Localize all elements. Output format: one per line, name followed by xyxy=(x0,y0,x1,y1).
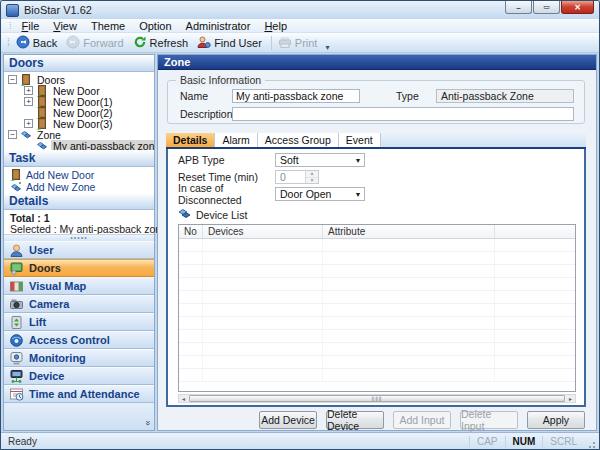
scroll-left-icon[interactable]: ◄ xyxy=(179,395,188,402)
menu-view[interactable]: View xyxy=(47,20,83,32)
tree-item-new-door-3[interactable]: New Door(3) xyxy=(4,118,154,129)
nav-device[interactable]: Device xyxy=(4,367,154,385)
forward-button: Forward xyxy=(63,34,129,52)
nav-label[interactable]: Lift xyxy=(29,316,46,328)
nav-label[interactable]: Camera xyxy=(29,298,69,310)
tree-item-doors-root[interactable]: Doors xyxy=(4,74,154,85)
table-row xyxy=(179,369,575,382)
menu-option[interactable]: Option xyxy=(133,20,177,32)
scroll-right-icon[interactable]: ► xyxy=(566,395,575,402)
nav-buttons: User Doors Visual Map Camera Lift xyxy=(4,241,154,403)
device-list-table[interactable]: No Devices Attribute xyxy=(178,224,576,392)
menu-administrator[interactable]: Administrator xyxy=(180,20,257,32)
nav-doors[interactable]: Doors xyxy=(4,259,154,277)
reset-time-stepper: 0 ▲ ▼ xyxy=(275,170,319,184)
minimize-button[interactable] xyxy=(505,1,532,14)
toolbar: ⁞ Back Forward Refresh Find User Print ▾ xyxy=(1,33,599,53)
tab-access-group[interactable]: Access Group xyxy=(258,133,339,147)
menu-theme[interactable]: Theme xyxy=(85,20,131,32)
delete-device-button[interactable]: Delete Device xyxy=(326,411,384,429)
nav-time-and-attendance[interactable]: Time and Attendance xyxy=(4,385,154,403)
device-list-label: Device List xyxy=(196,209,247,221)
tab-bar-filler xyxy=(381,133,586,147)
forward-icon xyxy=(66,35,80,51)
expand-icon[interactable] xyxy=(24,97,33,106)
nav-label[interactable]: Monitoring xyxy=(29,352,86,364)
close-button[interactable] xyxy=(561,1,594,14)
menubar: ⁞ File View Theme Option Administrator H… xyxy=(1,19,599,33)
nav-user[interactable]: User xyxy=(4,241,154,259)
disconnected-dropdown[interactable]: Door Open xyxy=(275,187,365,201)
doors-icon xyxy=(9,261,24,276)
user-icon xyxy=(9,243,24,258)
tree-item-new-door-2[interactable]: New Door(2) xyxy=(4,107,154,118)
collapse-icon[interactable] xyxy=(8,75,17,84)
nav-visual-map[interactable]: Visual Map xyxy=(4,277,154,295)
nav-access-control[interactable]: Access Control xyxy=(4,331,154,349)
configure-buttons-icon[interactable]: » xyxy=(142,420,152,425)
menu-file[interactable]: File xyxy=(16,20,46,32)
tree-item-anti-passback-zone[interactable]: My anti-passback zone xyxy=(4,140,154,150)
tree-item-new-door[interactable]: New Door xyxy=(4,85,154,96)
nav-camera[interactable]: Camera xyxy=(4,295,154,313)
toolbar-grip[interactable]: ⁞ xyxy=(7,37,9,48)
nav-label[interactable]: Device xyxy=(29,370,64,382)
back-button[interactable]: Back xyxy=(13,34,63,52)
tab-alarm[interactable]: Alarm xyxy=(215,133,257,147)
add-new-door-label[interactable]: Add New Door xyxy=(26,169,94,181)
menu-help[interactable]: Help xyxy=(258,20,293,32)
nav-label[interactable]: Access Control xyxy=(29,334,110,346)
table-header: No Devices Attribute xyxy=(179,225,575,239)
horizontal-scrollbar[interactable]: ◄ ⦀⦀⦀ ► xyxy=(178,394,576,403)
apb-type-dropdown[interactable]: Soft xyxy=(275,153,365,167)
resize-grip[interactable] xyxy=(586,439,596,449)
doors-tree: Doors New Door New Door(1) New Door(2) xyxy=(4,72,154,150)
statusbar: Ready CAP NUM SCRL xyxy=(1,432,599,449)
door-icon xyxy=(20,74,32,86)
main-panel: Zone Basic Information Name Type Anti-pa… xyxy=(157,54,597,431)
table-row xyxy=(179,265,575,278)
column-devices[interactable]: Devices xyxy=(203,225,323,238)
task-section-title: Task xyxy=(4,150,154,167)
table-row xyxy=(179,252,575,265)
description-input[interactable] xyxy=(232,107,574,121)
nav-lift[interactable]: Lift xyxy=(4,313,154,331)
sidebar-splitter[interactable]: ••••• xyxy=(4,234,154,241)
find-user-button[interactable]: Find User xyxy=(194,34,268,52)
maximize-button[interactable] xyxy=(533,1,560,14)
scrollbar-thumb[interactable]: ⦀⦀⦀ xyxy=(189,395,565,402)
tree-item-new-door-1[interactable]: New Door(1) xyxy=(4,96,154,107)
add-new-zone-label[interactable]: Add New Zone xyxy=(26,181,95,193)
tree-item-zone-root[interactable]: Zone xyxy=(4,129,154,140)
table-row xyxy=(179,304,575,317)
nav-label[interactable]: Visual Map xyxy=(29,280,86,292)
add-device-button[interactable]: Add Device xyxy=(259,411,317,429)
column-no[interactable]: No xyxy=(179,225,203,238)
print-icon xyxy=(278,35,292,51)
name-label: Name xyxy=(180,90,232,102)
tree-item-label[interactable]: My anti-passback zone xyxy=(51,140,154,151)
tab-bar: Details Alarm Access Group Event xyxy=(166,133,586,147)
toolbar-overflow-icon[interactable]: ▾ xyxy=(325,43,329,52)
add-new-door-link[interactable]: Add New Door xyxy=(10,169,154,181)
expander-spacer xyxy=(24,141,33,150)
apb-type-value: Soft xyxy=(276,154,352,166)
expand-icon[interactable] xyxy=(24,86,33,95)
nav-label[interactable]: Time and Attendance xyxy=(29,388,140,400)
nav-monitoring[interactable]: Monitoring xyxy=(4,349,154,367)
apply-button[interactable]: Apply xyxy=(527,411,585,429)
titlebar[interactable]: BioStar V1.62 xyxy=(1,1,599,19)
menubar-grip[interactable]: ⁞ xyxy=(9,21,11,31)
expand-icon[interactable] xyxy=(24,119,33,128)
nav-label[interactable]: Doors xyxy=(29,262,61,274)
tab-details[interactable]: Details xyxy=(166,133,215,147)
name-input[interactable] xyxy=(232,89,360,103)
table-row xyxy=(179,278,575,291)
tab-event[interactable]: Event xyxy=(339,133,381,147)
column-attribute[interactable]: Attribute xyxy=(323,225,495,238)
refresh-button[interactable]: Refresh xyxy=(130,34,195,52)
nav-label[interactable]: User xyxy=(29,244,53,256)
collapse-icon[interactable] xyxy=(8,130,17,139)
add-new-zone-link[interactable]: Add New Zone xyxy=(10,181,154,193)
column-blank xyxy=(495,225,575,238)
